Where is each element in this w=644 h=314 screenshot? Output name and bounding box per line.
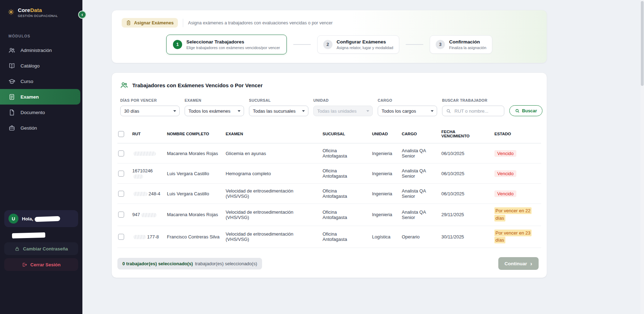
step-subtitle: Asigna relator, lugar y modalidad <box>337 46 393 50</box>
row-checkbox[interactable] <box>118 234 124 240</box>
sidebar-collapse-button[interactable]: ‹ <box>78 11 86 19</box>
select-value: 30 días <box>124 108 139 114</box>
row-checkbox[interactable] <box>118 171 124 177</box>
fecha-cell: 06/10/2025 <box>441 143 494 164</box>
step-text: Confirmación Finaliza la asignación <box>449 39 486 50</box>
row-checkbox[interactable] <box>118 191 124 197</box>
status-badge: Vencido <box>494 150 516 157</box>
row-checkbox[interactable] <box>118 212 124 218</box>
search-input[interactable] <box>454 108 500 114</box>
users-icon <box>8 47 16 54</box>
redaction-scribble <box>141 213 157 217</box>
modules-section-label: MÓDULOS <box>0 18 82 42</box>
filter-label: BUSCAR TRABAJADOR <box>442 98 504 102</box>
cargo-select[interactable]: Todos los cargos <box>378 106 437 116</box>
estado-cell: Vencido <box>494 184 541 204</box>
estado-cell: Por vencer en 22 días <box>494 204 541 226</box>
selected-count: 0 trabajador(es) seleccionado(s) <box>122 261 193 266</box>
continue-label: Continuar <box>505 261 527 266</box>
table-row: Macarena Morales Rojas Glicemia en ayuna… <box>117 143 541 164</box>
sidebar-item-curso[interactable]: Curso <box>0 73 82 89</box>
status-badge: Vencido <box>494 190 516 197</box>
sidebar-item-catalogo[interactable]: Catálogo <box>0 58 82 73</box>
brand-core: Core <box>18 7 30 13</box>
logo-icon: ✳ <box>8 8 14 16</box>
sucursal-cell: Oficina Antofagasta <box>323 143 372 164</box>
redaction-scribble <box>133 174 143 179</box>
rut-cell: 248-4 <box>132 184 167 204</box>
step-number: 3 <box>436 40 445 49</box>
sidebar: ‹ ✳ CoreData GESTIÓN OCUPACIONAL MÓDULOS… <box>0 0 82 314</box>
col-header-rut: RUT <box>132 125 167 143</box>
sucursal-select[interactable]: Todas las sucursales <box>249 106 308 116</box>
search-button[interactable]: Buscar <box>509 105 543 116</box>
fecha-cell: 06/10/2025 <box>441 164 494 184</box>
dias-por-vencer-select[interactable]: 30 días <box>120 106 180 116</box>
step-text: Configurar Exámenes Asigna relator, luga… <box>337 39 393 50</box>
vertical-divider <box>183 19 183 27</box>
change-password-button[interactable]: Cambiar Contraseña <box>4 242 78 255</box>
search-button-label: Buscar <box>522 108 537 113</box>
redaction-scribble <box>133 192 147 196</box>
sidebar-item-examen[interactable]: Examen <box>0 89 80 105</box>
col-header-nombre: NOMBRE COMPLETO <box>167 125 226 143</box>
filter-dias-por-vencer: DÍAS POR VENCER 30 días <box>120 98 180 116</box>
logout-button[interactable]: Cerrar Sesión <box>4 258 78 271</box>
estado-cell: Por vencer en 23 días <box>494 226 541 248</box>
col-header-fecha-vencimiento: FECHA VENCIMIENTO <box>441 130 477 138</box>
examen-cell: Velocidad de eritrosedimentación (VHS/VS… <box>226 226 323 248</box>
cargo-cell: Analista QA Senior <box>402 184 441 204</box>
scrollbar-thumb[interactable] <box>641 1 644 86</box>
examen-select[interactable]: Todos los exámenes <box>185 106 244 116</box>
table-row: 177-8 Francisco Contreras Silva Velocida… <box>117 226 541 248</box>
wizard-header: Asignar Exámenes Asigna exámenes a traba… <box>122 18 537 28</box>
filter-buscar-trabajador: BUSCAR TRABAJADOR <box>442 98 504 116</box>
estado-cell: Vencido <box>494 164 541 184</box>
select-all-checkbox[interactable] <box>118 131 124 137</box>
step-subtitle: Finaliza la asignación <box>449 46 486 50</box>
step-seleccionar-trabajadores[interactable]: 1 Seleccionar Trabajadores Elige trabaja… <box>166 35 287 54</box>
sidebar-item-documento[interactable]: Documento <box>0 105 82 120</box>
unidad-cell: Logística <box>372 226 402 248</box>
step-number: 1 <box>173 40 182 49</box>
filters-row: DÍAS POR VENCER 30 días EXAMEN Todos los… <box>112 89 547 116</box>
filter-label: UNIDAD <box>313 98 373 102</box>
cargo-cell: Analista QA Senior <box>402 164 441 184</box>
examen-cell: Velocidad de eritrosedimentación (VHS/VS… <box>226 184 323 204</box>
col-header-examen: EXAMEN <box>226 125 323 143</box>
sidebar-item-gestion[interactable]: Gestión <box>0 120 82 136</box>
row-checkbox[interactable] <box>118 150 124 156</box>
asignar-examenes-label: Asignar Exámenes <box>134 20 174 25</box>
sidebar-item-administracion[interactable]: Administración <box>0 42 82 58</box>
step-text: Seleccionar Trabajadores Elige trabajado… <box>186 39 280 50</box>
step-confirmacion[interactable]: 3 Confirmación Finaliza la asignación <box>430 35 492 54</box>
logout-icon <box>22 262 27 267</box>
continue-button[interactable]: Continuar › <box>498 257 539 270</box>
examen-cell: Hemograma completo <box>226 164 323 184</box>
search-icon <box>515 108 520 113</box>
select-value: Todos los exámenes <box>188 108 231 114</box>
page-scrollbar[interactable] <box>640 0 644 314</box>
fecha-cell: 06/10/2025 <box>441 184 494 204</box>
cargo-cell: Analista QA Senior <box>402 143 441 164</box>
step-configurar-examenes[interactable]: 2 Configurar Exámenes Asigna relator, lu… <box>317 35 399 54</box>
people-icon <box>120 81 128 89</box>
chevron-down-icon <box>173 110 176 112</box>
document-icon <box>8 109 16 116</box>
filter-cargo: CARGO Todos los cargos <box>378 98 437 116</box>
chevron-down-icon <box>302 110 305 112</box>
unidad-cell: Ingenieria <box>372 164 402 184</box>
table-header-row: RUT NOMBRE COMPLETO EXAMEN SUCURSAL UNID… <box>117 125 541 143</box>
filter-examen: EXAMEN Todos los exámenes <box>185 98 244 116</box>
filter-unidad: UNIDAD Todas las unidades <box>313 98 373 116</box>
workers-footer: 0 trabajador(es) seleccionado(s)trabajad… <box>117 257 539 270</box>
sidebar-item-label: Curso <box>21 79 33 84</box>
select-value: Todas las sucursales <box>253 108 296 114</box>
workers-card: Trabajadores con Exámenes Vencidos o Por… <box>111 72 547 278</box>
chevron-down-icon <box>366 110 369 112</box>
chevron-right-icon: › <box>530 261 532 267</box>
table-row: 16710246 Luis Vergara Castillo Hemograma… <box>117 164 541 184</box>
cargo-cell: Analista QA Senior <box>402 204 441 226</box>
sidebar-item-label: Catálogo <box>21 63 40 69</box>
step-title: Configurar Exámenes <box>337 39 393 45</box>
